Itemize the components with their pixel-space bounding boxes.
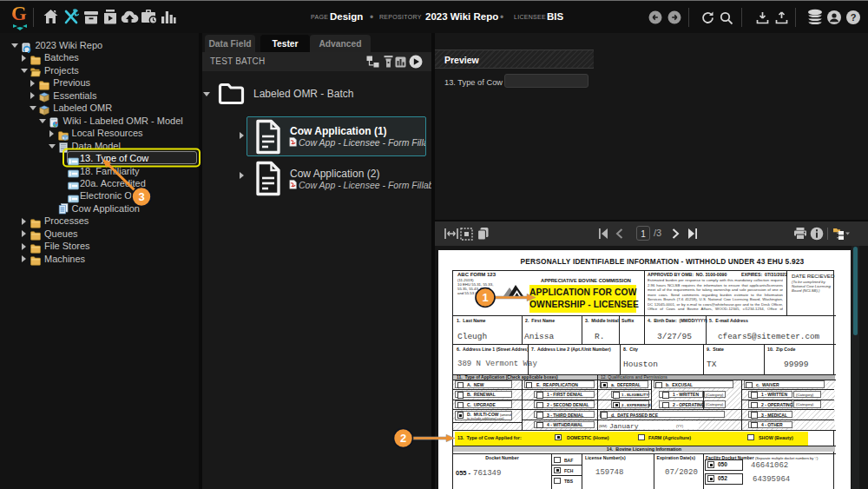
svg-text:?: ? — [851, 12, 857, 23]
